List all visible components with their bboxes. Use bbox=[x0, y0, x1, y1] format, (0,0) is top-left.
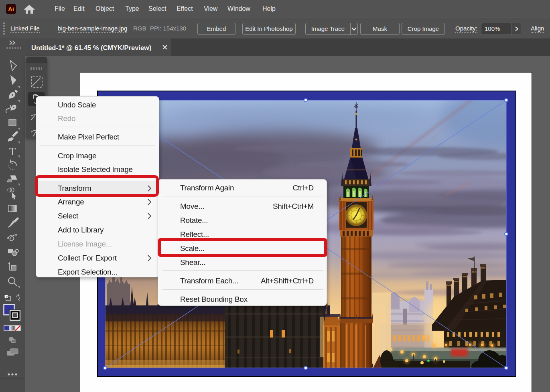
svg-text:T: T bbox=[9, 145, 16, 158]
